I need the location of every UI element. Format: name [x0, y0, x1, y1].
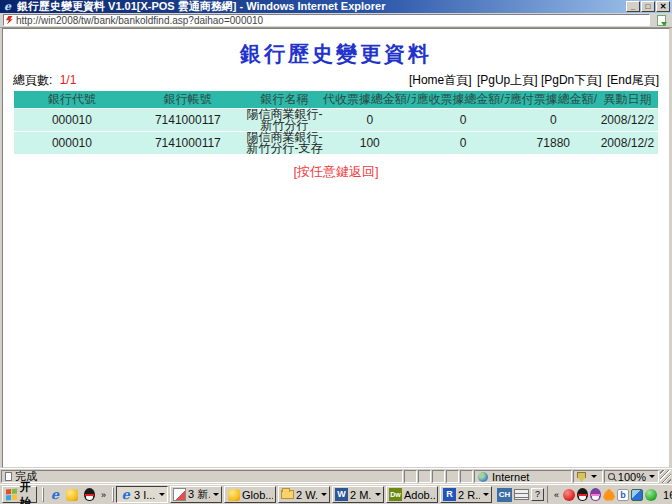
status-bar: 完成 Internet 100%	[0, 468, 672, 484]
toolbar-handle[interactable]	[42, 487, 44, 502]
taskbar-button-explorer-group[interactable]: 2 W...	[278, 486, 330, 503]
quick-launch-ie-button[interactable]	[48, 488, 62, 502]
shield-icon	[577, 472, 586, 482]
cell-bank-code: 000010	[14, 132, 130, 155]
cell-collect-total: 100	[323, 132, 416, 155]
table-row: 000010 7141000117 陽信商業銀行-新竹分行-支存 100 0 7…	[14, 132, 658, 155]
cell-change-date: 2008/12/2	[597, 109, 658, 132]
keyboard-nav-hints: [Home首頁] [PgUp上頁] [PgDn下頁] [End尾頁]	[407, 72, 659, 89]
col-header-payable-total: 應付票據總金額/元	[510, 91, 597, 109]
zoom-level: 100%	[618, 471, 646, 483]
resize-grip[interactable]	[660, 470, 671, 483]
language-indicator[interactable]: CH	[497, 488, 512, 502]
cell-receivable-total: 0	[416, 132, 509, 155]
chevron-down-icon	[213, 493, 219, 496]
page-title: 銀行歷史變更資料	[3, 40, 669, 68]
taskbar-button-ie-group[interactable]: 3 I...	[116, 486, 168, 503]
taskbar-button-r-group[interactable]: 2 R...	[440, 486, 492, 503]
keyboard-icon[interactable]	[514, 489, 529, 500]
tray-network-icon[interactable]	[631, 489, 643, 501]
protected-mode-button[interactable]	[573, 470, 603, 483]
nav-end-hint: [End尾頁]	[607, 73, 659, 87]
word-icon	[335, 488, 348, 501]
app-r-icon	[443, 488, 456, 501]
tray-qq2-icon[interactable]	[590, 488, 601, 501]
address-url: http://win2008/tw/bank/bankoldfind.asp?d…	[16, 15, 263, 26]
ie-icon	[51, 488, 59, 501]
return-hint: [按任意鍵返回]	[3, 163, 669, 181]
tray-bitcomet-icon[interactable]	[617, 489, 629, 501]
close-button[interactable]: ✕	[656, 1, 670, 12]
tray-green-app-icon[interactable]	[645, 489, 657, 501]
tray-flame-icon[interactable]	[603, 489, 615, 501]
task-label: 2 R...	[458, 489, 480, 501]
cell-collect-total: 0	[323, 109, 416, 132]
system-tray: « 16:35	[547, 486, 672, 503]
col-header-collect-total: 代收票據總金額/元	[323, 91, 416, 109]
tray-red-app-icon[interactable]	[563, 489, 575, 501]
app-icon	[227, 488, 240, 501]
cell-bank-name: 陽信商業銀行-新竹分行	[246, 109, 323, 132]
cell-payable-total: 71880	[510, 132, 597, 155]
minimize-button[interactable]: _	[626, 1, 640, 12]
status-message: 完成	[1, 470, 403, 483]
screen: 銀行歷史變更資料 V1.01[X-POS 雲通商務網] - Windows In…	[0, 0, 672, 504]
chevron-down-icon	[649, 475, 655, 478]
col-header-account: 銀行帳號	[130, 91, 246, 109]
tray-qq-icon[interactable]	[577, 488, 588, 501]
cell-receivable-total: 0	[416, 109, 509, 132]
help-button[interactable]: ?	[531, 488, 544, 501]
quick-launch-qq-button[interactable]	[82, 488, 96, 502]
task-label: 3 I...	[134, 489, 156, 501]
taskbar-button-word-group[interactable]: 2 M...	[332, 486, 384, 503]
status-pane	[404, 470, 417, 483]
task-label: Glob...	[242, 489, 273, 501]
messenger-icon	[66, 489, 78, 501]
cell-bank-name: 陽信商業銀行-新竹分行-支存	[246, 132, 323, 155]
taskbar-clock: 16:35	[663, 489, 672, 501]
ie-icon	[119, 488, 132, 501]
zone-label: Internet	[492, 471, 529, 483]
quick-launch: »	[48, 488, 108, 502]
status-pane	[418, 470, 431, 483]
document-icon	[173, 488, 186, 501]
page-action-button[interactable]	[653, 14, 669, 27]
address-bar: http://win2008/tw/bank/bankoldfind.asp?d…	[0, 13, 672, 28]
col-header-bank-name: 銀行名稱	[246, 91, 323, 109]
window-title: 銀行歷史變更資料 V1.01[X-POS 雲通商務網] - Windows In…	[17, 0, 625, 13]
internet-zone-icon	[478, 472, 488, 482]
zoom-control[interactable]: 100%	[604, 470, 659, 483]
taskbar-button-adobe[interactable]: Adob...	[386, 486, 438, 503]
toolbar-handle[interactable]	[112, 487, 114, 502]
cell-payable-total: 0	[510, 109, 597, 132]
chevron-down-icon	[483, 493, 489, 496]
col-header-change-date: 異動日期	[597, 91, 658, 109]
tray-collapse-button[interactable]: «	[552, 490, 561, 500]
taskbar-button-new-group[interactable]: 3 新...	[170, 486, 222, 503]
total-pages: 總頁數: 1/1	[13, 72, 76, 89]
table-row: 000010 7141000117 陽信商業銀行-新竹分行 0 0 0 2008…	[14, 109, 658, 132]
address-input[interactable]: http://win2008/tw/bank/bankoldfind.asp?d…	[3, 14, 650, 26]
quick-launch-overflow-button[interactable]: »	[99, 490, 108, 500]
chevron-down-icon	[375, 493, 381, 496]
window-titlebar: 銀行歷史變更資料 V1.01[X-POS 雲通商務網] - Windows In…	[0, 0, 672, 13]
table-header-row: 銀行代號 銀行帳號 銀行名稱 代收票據總金額/元 應收票據總金額/元 應付票據總…	[14, 91, 658, 109]
ie-logo-icon	[4, 1, 14, 12]
magnifier-icon	[608, 473, 615, 480]
start-button[interactable]: 开始	[2, 486, 37, 503]
task-label: 2 W...	[296, 489, 318, 501]
total-pages-value: 1/1	[60, 73, 77, 87]
task-label: Adob...	[404, 489, 435, 501]
status-pane	[446, 470, 459, 483]
bank-history-table: 銀行代號 銀行帳號 銀行名稱 代收票據總金額/元 應收票據總金額/元 應付票據總…	[14, 91, 658, 154]
cell-change-date: 2008/12/2	[597, 132, 658, 155]
chevron-down-icon	[321, 493, 327, 496]
col-header-bank-code: 銀行代號	[14, 91, 130, 109]
start-label: 开始	[20, 480, 31, 504]
pager-row: 總頁數: 1/1 [Home首頁] [PgUp上頁] [PgDn下頁] [End…	[13, 72, 659, 89]
taskbar-button-glob[interactable]: Glob...	[224, 486, 276, 503]
quick-launch-messenger-button[interactable]	[65, 488, 79, 502]
windows-logo-icon	[6, 488, 17, 500]
maximize-button[interactable]: □	[641, 1, 655, 12]
task-label: 2 M...	[350, 489, 372, 501]
